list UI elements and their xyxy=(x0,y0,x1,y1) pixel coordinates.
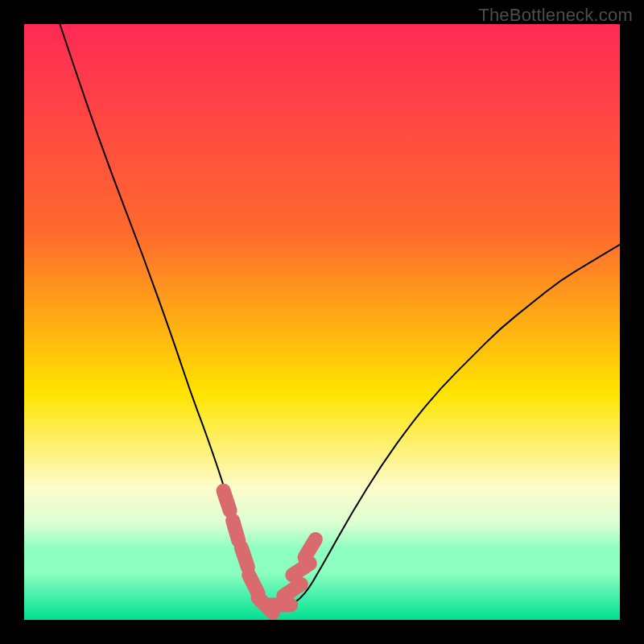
marker-capsule xyxy=(283,584,301,596)
marker-capsule xyxy=(223,491,229,511)
marker-capsule xyxy=(305,539,316,557)
bottleneck-chart xyxy=(0,0,644,644)
marker-capsule xyxy=(242,547,248,568)
marker-capsule xyxy=(292,564,310,575)
marker-capsule xyxy=(233,521,238,541)
plot-background xyxy=(24,24,620,620)
chart-stage: TheBottleneck.com xyxy=(0,0,644,644)
